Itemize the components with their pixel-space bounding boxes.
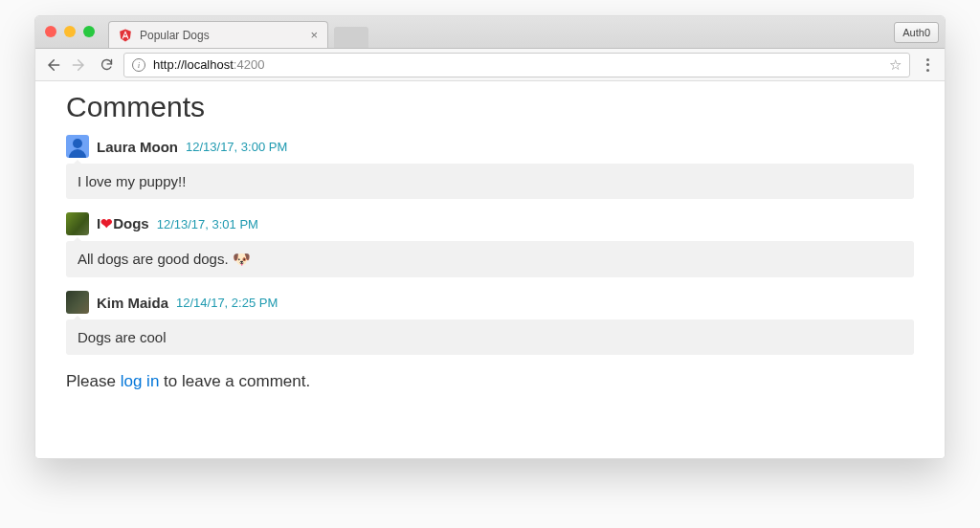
avatar xyxy=(66,135,89,158)
site-info-icon[interactable]: i xyxy=(132,58,145,72)
comment-author: Kim Maida xyxy=(97,295,168,311)
footer-text: to leave a comment. xyxy=(159,372,310,390)
url-host: http://localhost xyxy=(153,57,234,72)
browser-window: Popular Dogs × Auth0 i http://localhost:… xyxy=(34,15,946,459)
tab-strip: Popular Dogs × Auth0 xyxy=(35,16,945,49)
window-traffic-lights xyxy=(45,26,95,37)
heart-icon: ❤ xyxy=(100,215,113,231)
avatar xyxy=(66,212,89,235)
comment-body: I love my puppy!! xyxy=(66,164,914,199)
comment-timestamp: 12/13/17, 3:00 PM xyxy=(186,140,287,154)
window-minimize-button[interactable] xyxy=(64,26,76,37)
address-bar[interactable]: i http://localhost:4200 ☆ xyxy=(123,53,910,77)
page-title: Comments xyxy=(66,91,914,123)
comment-body: All dogs are good dogs. 🐶 xyxy=(66,241,914,277)
tab-title: Popular Dogs xyxy=(140,29,210,42)
auth0-extension-button[interactable]: Auth0 xyxy=(894,22,939,43)
comment-body: Dogs are cool xyxy=(66,319,914,355)
back-button[interactable] xyxy=(43,55,62,75)
window-maximize-button[interactable] xyxy=(83,26,95,37)
forward-button[interactable] xyxy=(70,55,89,75)
footer-text: Please xyxy=(66,372,121,390)
login-link[interactable]: log in xyxy=(121,372,160,390)
window-close-button[interactable] xyxy=(45,26,56,37)
comment-timestamp: 12/13/17, 3:01 PM xyxy=(157,217,258,231)
bookmark-star-icon[interactable]: ☆ xyxy=(889,56,902,74)
new-tab-button[interactable] xyxy=(334,27,368,48)
tab-close-icon[interactable]: × xyxy=(310,29,318,41)
page-viewport[interactable]: Comments Laura Moon 12/13/17, 3:00 PM I … xyxy=(35,81,945,458)
comment-item: I❤Dogs 12/13/17, 3:01 PM All dogs are go… xyxy=(66,212,914,277)
browser-tab[interactable]: Popular Dogs × xyxy=(108,21,328,48)
author-part: Dogs xyxy=(113,215,149,231)
url-path: :4200 xyxy=(234,57,265,72)
browser-menu-button[interactable] xyxy=(918,58,937,72)
comment-timestamp: 12/14/17, 2:25 PM xyxy=(176,296,278,310)
reload-button[interactable] xyxy=(97,55,116,75)
comment-item: Kim Maida 12/14/17, 2:25 PM Dogs are coo… xyxy=(66,291,914,355)
avatar xyxy=(66,291,89,314)
page-content: Comments Laura Moon 12/13/17, 3:00 PM I … xyxy=(35,81,945,410)
login-prompt: Please log in to leave a comment. xyxy=(66,372,914,391)
browser-toolbar: i http://localhost:4200 ☆ xyxy=(35,49,945,81)
comment-item: Laura Moon 12/13/17, 3:00 PM I love my p… xyxy=(66,135,914,199)
comment-author: Laura Moon xyxy=(97,139,178,155)
comment-author: I❤Dogs xyxy=(97,215,149,232)
angular-favicon-icon xyxy=(119,29,132,42)
